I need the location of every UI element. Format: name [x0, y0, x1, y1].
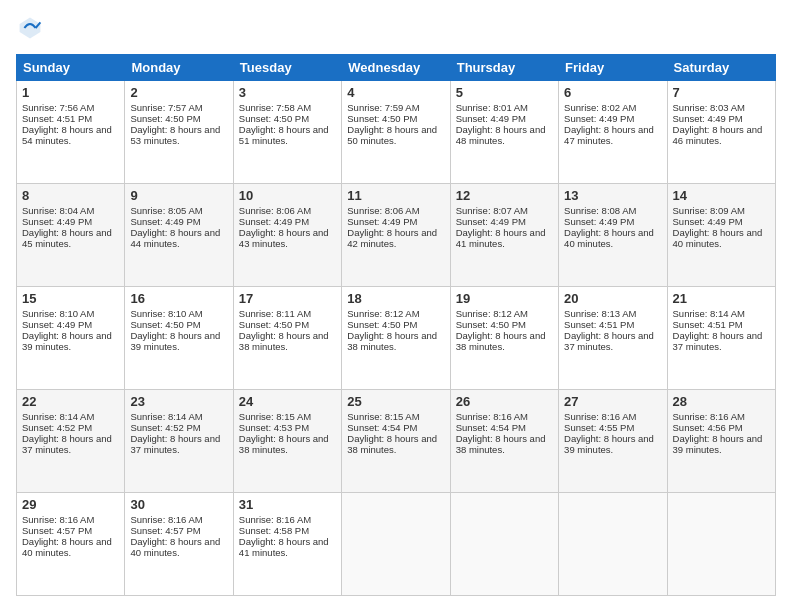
calendar-cell: 26 Sunrise: 8:16 AM Sunset: 4:54 PM Dayl…	[450, 390, 558, 493]
daylight-label: Daylight: 8 hours and 39 minutes.	[673, 433, 763, 455]
daylight-label: Daylight: 8 hours and 43 minutes.	[239, 227, 329, 249]
calendar-cell: 2 Sunrise: 7:57 AM Sunset: 4:50 PM Dayli…	[125, 81, 233, 184]
day-number: 30	[130, 497, 227, 512]
page: SundayMondayTuesdayWednesdayThursdayFrid…	[0, 0, 792, 612]
sunrise-label: Sunrise: 8:14 AM	[130, 411, 202, 422]
daylight-label: Daylight: 8 hours and 37 minutes.	[22, 433, 112, 455]
calendar-cell: 29 Sunrise: 8:16 AM Sunset: 4:57 PM Dayl…	[17, 493, 125, 596]
day-number: 15	[22, 291, 119, 306]
calendar-cell: 14 Sunrise: 8:09 AM Sunset: 4:49 PM Dayl…	[667, 184, 775, 287]
weekday-tuesday: Tuesday	[233, 55, 341, 81]
day-number: 6	[564, 85, 661, 100]
day-number: 3	[239, 85, 336, 100]
sunrise-label: Sunrise: 8:03 AM	[673, 102, 745, 113]
calendar-cell: 7 Sunrise: 8:03 AM Sunset: 4:49 PM Dayli…	[667, 81, 775, 184]
sunset-label: Sunset: 4:49 PM	[673, 216, 743, 227]
daylight-label: Daylight: 8 hours and 40 minutes.	[22, 536, 112, 558]
daylight-label: Daylight: 8 hours and 51 minutes.	[239, 124, 329, 146]
calendar-cell: 3 Sunrise: 7:58 AM Sunset: 4:50 PM Dayli…	[233, 81, 341, 184]
sunrise-label: Sunrise: 8:14 AM	[22, 411, 94, 422]
day-number: 28	[673, 394, 770, 409]
sunset-label: Sunset: 4:50 PM	[347, 319, 417, 330]
sunrise-label: Sunrise: 8:16 AM	[564, 411, 636, 422]
sunrise-label: Sunrise: 8:16 AM	[22, 514, 94, 525]
daylight-label: Daylight: 8 hours and 38 minutes.	[456, 433, 546, 455]
sunrise-label: Sunrise: 8:10 AM	[22, 308, 94, 319]
calendar-header: SundayMondayTuesdayWednesdayThursdayFrid…	[17, 55, 776, 81]
sunset-label: Sunset: 4:52 PM	[130, 422, 200, 433]
sunrise-label: Sunrise: 8:11 AM	[239, 308, 311, 319]
sunrise-label: Sunrise: 7:59 AM	[347, 102, 419, 113]
day-number: 21	[673, 291, 770, 306]
daylight-label: Daylight: 8 hours and 38 minutes.	[347, 433, 437, 455]
daylight-label: Daylight: 8 hours and 53 minutes.	[130, 124, 220, 146]
day-number: 10	[239, 188, 336, 203]
daylight-label: Daylight: 8 hours and 38 minutes.	[239, 330, 329, 352]
sunset-label: Sunset: 4:54 PM	[456, 422, 526, 433]
calendar-cell: 4 Sunrise: 7:59 AM Sunset: 4:50 PM Dayli…	[342, 81, 450, 184]
day-number: 24	[239, 394, 336, 409]
calendar-cell: 20 Sunrise: 8:13 AM Sunset: 4:51 PM Dayl…	[559, 287, 667, 390]
calendar-cell: 11 Sunrise: 8:06 AM Sunset: 4:49 PM Dayl…	[342, 184, 450, 287]
sunrise-label: Sunrise: 8:04 AM	[22, 205, 94, 216]
sunset-label: Sunset: 4:58 PM	[239, 525, 309, 536]
sunrise-label: Sunrise: 8:05 AM	[130, 205, 202, 216]
daylight-label: Daylight: 8 hours and 45 minutes.	[22, 227, 112, 249]
sunrise-label: Sunrise: 8:02 AM	[564, 102, 636, 113]
weekday-header-row: SundayMondayTuesdayWednesdayThursdayFrid…	[17, 55, 776, 81]
calendar-body: 1 Sunrise: 7:56 AM Sunset: 4:51 PM Dayli…	[17, 81, 776, 596]
calendar-cell: 13 Sunrise: 8:08 AM Sunset: 4:49 PM Dayl…	[559, 184, 667, 287]
week-row-3: 15 Sunrise: 8:10 AM Sunset: 4:49 PM Dayl…	[17, 287, 776, 390]
sunset-label: Sunset: 4:51 PM	[673, 319, 743, 330]
sunrise-label: Sunrise: 8:06 AM	[347, 205, 419, 216]
calendar-cell: 18 Sunrise: 8:12 AM Sunset: 4:50 PM Dayl…	[342, 287, 450, 390]
sunset-label: Sunset: 4:49 PM	[564, 216, 634, 227]
day-number: 27	[564, 394, 661, 409]
weekday-monday: Monday	[125, 55, 233, 81]
day-number: 9	[130, 188, 227, 203]
sunset-label: Sunset: 4:49 PM	[130, 216, 200, 227]
weekday-wednesday: Wednesday	[342, 55, 450, 81]
day-number: 14	[673, 188, 770, 203]
day-number: 2	[130, 85, 227, 100]
sunset-label: Sunset: 4:49 PM	[22, 319, 92, 330]
day-number: 13	[564, 188, 661, 203]
calendar-cell: 25 Sunrise: 8:15 AM Sunset: 4:54 PM Dayl…	[342, 390, 450, 493]
day-number: 29	[22, 497, 119, 512]
daylight-label: Daylight: 8 hours and 40 minutes.	[673, 227, 763, 249]
calendar-cell: 23 Sunrise: 8:14 AM Sunset: 4:52 PM Dayl…	[125, 390, 233, 493]
calendar-cell: 10 Sunrise: 8:06 AM Sunset: 4:49 PM Dayl…	[233, 184, 341, 287]
sunset-label: Sunset: 4:56 PM	[673, 422, 743, 433]
day-number: 16	[130, 291, 227, 306]
sunrise-label: Sunrise: 8:07 AM	[456, 205, 528, 216]
calendar-cell	[342, 493, 450, 596]
sunset-label: Sunset: 4:50 PM	[347, 113, 417, 124]
daylight-label: Daylight: 8 hours and 42 minutes.	[347, 227, 437, 249]
day-number: 4	[347, 85, 444, 100]
sunrise-label: Sunrise: 8:01 AM	[456, 102, 528, 113]
daylight-label: Daylight: 8 hours and 37 minutes.	[564, 330, 654, 352]
daylight-label: Daylight: 8 hours and 38 minutes.	[239, 433, 329, 455]
calendar-cell: 15 Sunrise: 8:10 AM Sunset: 4:49 PM Dayl…	[17, 287, 125, 390]
sunrise-label: Sunrise: 7:57 AM	[130, 102, 202, 113]
daylight-label: Daylight: 8 hours and 40 minutes.	[564, 227, 654, 249]
sunrise-label: Sunrise: 8:16 AM	[456, 411, 528, 422]
calendar-cell: 8 Sunrise: 8:04 AM Sunset: 4:49 PM Dayli…	[17, 184, 125, 287]
daylight-label: Daylight: 8 hours and 50 minutes.	[347, 124, 437, 146]
sunset-label: Sunset: 4:50 PM	[456, 319, 526, 330]
calendar-cell: 21 Sunrise: 8:14 AM Sunset: 4:51 PM Dayl…	[667, 287, 775, 390]
daylight-label: Daylight: 8 hours and 37 minutes.	[673, 330, 763, 352]
day-number: 11	[347, 188, 444, 203]
sunset-label: Sunset: 4:50 PM	[239, 113, 309, 124]
day-number: 17	[239, 291, 336, 306]
logo	[16, 16, 42, 44]
sunset-label: Sunset: 4:51 PM	[564, 319, 634, 330]
calendar-cell: 27 Sunrise: 8:16 AM Sunset: 4:55 PM Dayl…	[559, 390, 667, 493]
sunrise-label: Sunrise: 8:10 AM	[130, 308, 202, 319]
calendar-cell: 28 Sunrise: 8:16 AM Sunset: 4:56 PM Dayl…	[667, 390, 775, 493]
daylight-label: Daylight: 8 hours and 38 minutes.	[456, 330, 546, 352]
day-number: 19	[456, 291, 553, 306]
daylight-label: Daylight: 8 hours and 39 minutes.	[22, 330, 112, 352]
calendar-cell: 6 Sunrise: 8:02 AM Sunset: 4:49 PM Dayli…	[559, 81, 667, 184]
sunrise-label: Sunrise: 8:06 AM	[239, 205, 311, 216]
